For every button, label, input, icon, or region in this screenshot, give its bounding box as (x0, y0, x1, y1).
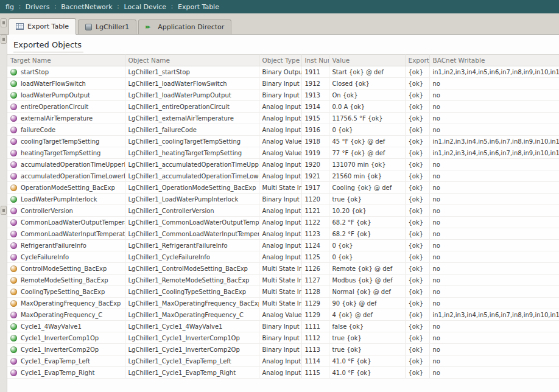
table-row[interactable]: loadWaterPumpOutputLgChiller1_loadWaterP… (7, 89, 559, 101)
column-header-object-name[interactable]: Object Name (125, 55, 259, 66)
target-name-text: startStop (21, 69, 49, 75)
column-header-target-name[interactable]: Target Name (7, 55, 125, 66)
target-name-text: externalAirTemperature (21, 115, 93, 122)
table-row[interactable]: CoolingTypeSetting_BacExpLgChiller1_Cool… (7, 286, 559, 298)
breadcrumb-item-fig[interactable]: fig (1, 3, 18, 11)
breadcrumb-item-drivers[interactable]: Drivers (21, 3, 54, 11)
cell-inst-num: 1128 (301, 286, 329, 298)
analog-point-icon (10, 127, 17, 133)
tab-application-director[interactable]: Application Director (138, 19, 231, 35)
cell-value: 68.2 °F {ok} (329, 228, 405, 240)
collapsed-pane-handle[interactable] (1, 206, 7, 215)
table-row[interactable]: CommonLoadWaterOutputTemperatureLgChille… (7, 217, 559, 228)
analog-point-icon (10, 103, 17, 110)
cell-value: Closed {ok} (329, 78, 405, 89)
table-row[interactable]: RemoteModeSetting_BacExpLgChiller1_Remot… (7, 275, 559, 286)
binary-point-icon (10, 196, 17, 203)
target-name-text: Cycle1_InverterComp1Op (21, 335, 99, 341)
cell-value: 0 {ok} (329, 240, 405, 251)
table-row[interactable]: externalAirTemperatureLgChiller1_externa… (7, 113, 559, 124)
column-header-object-type[interactable]: Object Type (259, 55, 301, 66)
target-name-text: Cycle1_InverterComp2Op (21, 346, 99, 353)
column-header-inst-num[interactable]: Inst Num (301, 55, 329, 66)
column-header-value[interactable]: Value (329, 55, 405, 66)
cell-value: 45 °F {ok} @ def (329, 136, 405, 147)
cell-target-name: accumulatedOperationTimeLowerLevel (7, 170, 125, 182)
table-row[interactable]: MaxOperatingFrequency_BacExpLgChiller1_M… (7, 298, 559, 309)
table-row[interactable]: Cycle1_4WayValve1LgChiller1_Cycle1_4WayV… (7, 321, 559, 332)
table-row[interactable]: failureCodeLgChiller1_failureCodeAnalog … (7, 124, 559, 136)
table-row[interactable]: CycleFailureInfoLgChiller1_CycleFailureI… (7, 251, 559, 263)
target-name-text: coolingTargetTempSetting (21, 138, 99, 145)
cell-inst-num: 1126 (301, 263, 329, 275)
binary-point-icon (10, 69, 17, 75)
table-row[interactable]: startStopLgChiller1_startStopBinary Outp… (7, 66, 559, 78)
breadcrumb-item-local-device[interactable]: Local Device (119, 3, 171, 11)
cell-value: 11756.5 °F {ok} (329, 113, 405, 124)
target-name-text: CommonLoadWaterInputTemperature (21, 231, 125, 237)
table-row[interactable]: accumulatedOperationTimeLowerLevelLgChil… (7, 170, 559, 182)
cell-inst-num: 1129 (301, 309, 329, 321)
table-row[interactable]: Cycle1_InverterComp2OpLgChiller1_Cycle1_… (7, 344, 559, 355)
target-name-text: loadWaterFlowSwitch (21, 80, 86, 87)
table-row[interactable]: CommonLoadWaterInputTemperatureLgChiller… (7, 228, 559, 240)
cell-value: 131070 min {ok} (329, 159, 405, 170)
cell-bacnet-writable: no (429, 355, 559, 367)
target-name-text: CoolingTypeSetting_BacExp (21, 289, 105, 295)
tab-export-table[interactable]: Export Table (9, 18, 76, 35)
cell-export: {ok} (405, 89, 429, 101)
cell-bacnet-writable: no (429, 275, 559, 286)
collapsed-pane-handle[interactable] (1, 35, 7, 44)
breadcrumb-item-bacnetnetwork[interactable]: BacnetNetwork (57, 3, 116, 11)
table-row[interactable]: coolingTargetTempSettingLgChiller1_cooli… (7, 136, 559, 147)
table-row[interactable]: loadWaterFlowSwitchLgChiller1_loadWaterF… (7, 78, 559, 89)
cell-object-name: LgChiller1_CommonLoadWaterInputTemperatu… (125, 228, 259, 240)
table-row[interactable]: entireOperationCircuitLgChiller1_entireO… (7, 101, 559, 113)
column-header-bacnet-writable[interactable]: BACnet Writable (429, 55, 559, 66)
target-name-text: failureCode (21, 127, 55, 133)
cell-inst-num: 1121 (301, 205, 329, 217)
tab-label: LgChiller1 (96, 23, 129, 31)
cell-object-name: LgChiller1_Cycle1_InverterComp1Op (125, 332, 259, 344)
target-name-text: LoadWaterPumpInterlock (21, 196, 97, 203)
cell-target-name: loadWaterPumpOutput (7, 89, 125, 101)
cell-bacnet-writable: in1,in2,in3,in4,in5,in6,in7,in8,in9,in10… (429, 309, 559, 321)
table-row[interactable]: MaxOperatingFrequency_CLgChiller1_MaxOpe… (7, 309, 559, 321)
cell-inst-num: 1917 (301, 182, 329, 194)
table-row[interactable]: OperationModeSetting_BacExpLgChiller1_Op… (7, 182, 559, 194)
binary-point-icon (10, 346, 17, 353)
analog-point-icon (10, 254, 17, 261)
binary-point-icon (10, 92, 17, 99)
collapsed-pane-handle[interactable] (1, 18, 7, 27)
cell-value: true {ok} (329, 344, 405, 355)
cell-object-type: Binary Input (259, 321, 301, 332)
cell-inst-num: 1129 (301, 298, 329, 309)
analog-point-icon (10, 242, 17, 249)
cell-object-type: Binary Input (259, 344, 301, 355)
target-name-text: CommonLoadWaterOutputTemperature (21, 219, 125, 226)
table-row[interactable]: ControllerVersionLgChiller1_ControllerVe… (7, 205, 559, 217)
cell-export: {ok} (405, 367, 429, 379)
table-row[interactable]: LoadWaterPumpInterlockLgChiller1_LoadWat… (7, 194, 559, 205)
breadcrumb-item-export-table[interactable]: Export Table (174, 3, 223, 11)
target-name-text: heatingTargetTempSetting (21, 150, 100, 156)
column-header-export[interactable]: Export (405, 55, 429, 66)
analog-point-icon (10, 312, 17, 318)
table-row[interactable]: Cycle1_InverterComp1OpLgChiller1_Cycle1_… (7, 332, 559, 344)
cell-export: {ok} (405, 240, 429, 251)
tab-lgchiller1[interactable]: LgChiller1 (78, 19, 136, 35)
cell-object-name: LgChiller1_Cycle1_InverterComp2Op (125, 344, 259, 355)
cell-object-name: LgChiller1_entireOperationCircuit (125, 101, 259, 113)
table-row[interactable]: heatingTargetTempSettingLgChiller1_heati… (7, 147, 559, 159)
cell-object-type: Binary Input (259, 332, 301, 344)
cell-object-name: LgChiller1_ControllerVersion (125, 205, 259, 217)
table-row[interactable]: accumulatedOperationTimeUpperLevelLgChil… (7, 159, 559, 170)
table-row[interactable]: ControlModeSetting_BacExpLgChiller1_Cont… (7, 263, 559, 275)
table-row[interactable]: Cycle1_EvapTemp_RightLgChiller1_Cycle1_E… (7, 367, 559, 379)
cell-bacnet-writable: no (429, 263, 559, 275)
table-row[interactable]: Cycle1_EvapTemp_LeftLgChiller1_Cycle1_Ev… (7, 355, 559, 367)
binary-point-icon (10, 80, 17, 87)
cell-inst-num: 1111 (301, 321, 329, 332)
table-row[interactable]: RefrigerantFailureInfoLgChiller1_Refrige… (7, 240, 559, 251)
cell-object-name: LgChiller1_accumulatedOperationTimeUpper… (125, 159, 259, 170)
